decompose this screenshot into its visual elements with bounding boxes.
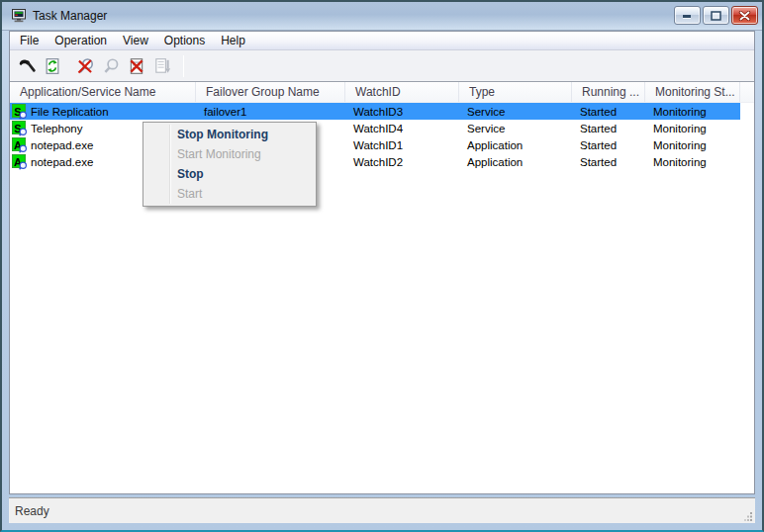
start-button[interactable]	[150, 54, 174, 78]
properties-button[interactable]	[15, 54, 39, 78]
menu-file[interactable]: File	[12, 32, 47, 49]
context-menu-item-start-monitoring[interactable]: Start Monitoring	[143, 144, 316, 164]
toolbar	[10, 50, 754, 81]
computer-icon[interactable]	[11, 8, 27, 24]
row-watchid: WatchID2	[345, 153, 459, 170]
table-row[interactable]: A notepad.exe WatchID1 Application Start…	[10, 136, 740, 153]
resize-grip[interactable]	[743, 511, 753, 521]
row-running: Started	[572, 103, 645, 120]
row-name: File Replication	[31, 106, 109, 118]
row-type: Application	[459, 136, 572, 153]
header-running-status[interactable]: Running ...	[572, 82, 645, 102]
header-watchid[interactable]: WatchID	[345, 82, 459, 102]
refresh-document-icon	[44, 57, 61, 75]
window-title: Task Manager	[33, 9, 107, 23]
row-monitoring: Monitoring	[645, 103, 740, 120]
magnifier-stop-icon	[75, 57, 95, 75]
start-monitoring-button[interactable]	[99, 54, 123, 78]
row-type: Service	[459, 120, 572, 136]
row-monitoring: Monitoring	[645, 136, 740, 153]
menu-help[interactable]: Help	[213, 32, 253, 49]
close-button[interactable]	[731, 6, 758, 25]
menu-operation[interactable]: Operation	[47, 32, 115, 49]
context-menu-item-stop[interactable]: Stop	[143, 164, 316, 184]
magnifier-icon	[102, 57, 120, 75]
list-body: S File Replication failover1 WatchID3 Se…	[10, 103, 754, 493]
minimize-button[interactable]	[674, 6, 701, 25]
row-name: notepad.exe	[31, 156, 93, 168]
maximize-icon	[711, 11, 721, 21]
row-running: Started	[572, 120, 645, 136]
close-icon	[738, 11, 751, 21]
menu-bar: File Operation View Options Help	[10, 32, 754, 50]
context-menu: Stop Monitoring Start Monitoring Stop St…	[143, 122, 317, 207]
service-monitored-icon: S	[12, 121, 28, 136]
row-name: notepad.exe	[31, 139, 93, 151]
list-header: Application/Service Name Failover Group …	[10, 82, 754, 103]
table-row[interactable]: S Telephony WatchID4 Service Started Mon…	[10, 120, 740, 136]
row-group: failover1	[196, 103, 345, 120]
document-stop-icon	[128, 57, 145, 75]
screenshot-frame: Task Manager	[0, 0, 764, 532]
application-monitored-icon: A	[12, 137, 28, 153]
header-filler	[740, 82, 754, 102]
header-application-service-name[interactable]: Application/Service Name	[10, 82, 196, 102]
refresh-button[interactable]	[41, 54, 64, 78]
row-watchid: WatchID1	[345, 136, 459, 153]
status-bar: Ready	[9, 497, 755, 523]
row-type: Service	[459, 103, 572, 120]
row-watchid: WatchID4	[345, 120, 459, 136]
row-name: Telephony	[31, 123, 82, 134]
row-monitoring: Monitoring	[645, 153, 740, 170]
menu-view[interactable]: View	[115, 32, 156, 49]
service-monitored-icon: S	[12, 104, 28, 120]
table-row[interactable]: S File Replication failover1 WatchID3 Se…	[10, 103, 740, 120]
context-menu-item-start[interactable]: Start	[143, 184, 316, 204]
task-manager-window: Task Manager	[2, 2, 762, 530]
hammer-icon	[18, 57, 36, 75]
application-monitored-icon: A	[12, 154, 28, 170]
document-start-icon	[153, 57, 171, 75]
row-running: Started	[572, 153, 645, 170]
row-running: Started	[572, 136, 645, 153]
status-text: Ready	[15, 504, 49, 518]
task-list: Application/Service Name Failover Group …	[10, 81, 754, 493]
stop-button[interactable]	[125, 54, 148, 78]
header-type[interactable]: Type	[459, 82, 572, 102]
row-type: Application	[459, 153, 572, 170]
minimize-icon	[682, 11, 693, 20]
stop-monitoring-button[interactable]	[73, 54, 97, 78]
maximize-button[interactable]	[703, 6, 729, 25]
menu-options[interactable]: Options	[156, 32, 213, 49]
header-failover-group-name[interactable]: Failover Group Name	[196, 82, 345, 102]
context-menu-item-stop-monitoring[interactable]: Stop Monitoring	[143, 125, 316, 144]
toolbar-separator	[183, 55, 184, 77]
table-row[interactable]: A notepad.exe WatchID2 Application Start…	[10, 153, 740, 170]
window-controls	[674, 2, 758, 25]
row-monitoring: Monitoring	[645, 120, 740, 136]
row-watchid: WatchID3	[345, 103, 459, 120]
window-client-area: File Operation View Options Help	[9, 31, 755, 494]
titlebar[interactable]: Task Manager	[2, 2, 762, 31]
header-monitoring-status[interactable]: Monitoring St...	[645, 82, 740, 102]
